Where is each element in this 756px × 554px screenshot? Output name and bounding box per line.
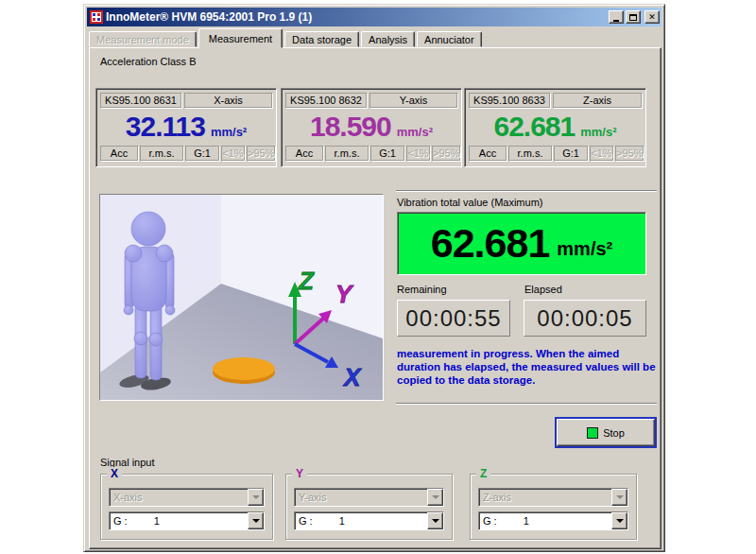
sensor-id-label-x: KS95.100 8631 bbox=[100, 93, 181, 108]
channel-panel-y: KS95.100 8632 Y-axis 18.590 mm/s² Acc r.… bbox=[281, 88, 462, 167]
total-value-number: 62.681 bbox=[431, 223, 550, 264]
acc-button-z[interactable]: Acc bbox=[469, 146, 507, 161]
chevron-down-icon[interactable] bbox=[427, 512, 443, 529]
scene-disc bbox=[213, 357, 275, 384]
axis-select-x: X-axis bbox=[109, 488, 265, 507]
channel-panel-x: KS95.100 8631 X-axis 32.113 mm/s² Acc r.… bbox=[95, 88, 277, 167]
maximize-icon bbox=[629, 14, 637, 21]
underrange-indicator-y: <1% bbox=[406, 146, 430, 161]
stop-button[interactable]: Stop bbox=[555, 417, 657, 448]
remaining-timer: 00:00:55 bbox=[397, 300, 510, 337]
gain-select-x[interactable]: G :1 bbox=[109, 511, 265, 530]
separator-line-top bbox=[396, 190, 657, 192]
scene-z-axis-label: Z bbox=[298, 267, 315, 295]
underrange-indicator-z: <1% bbox=[590, 146, 613, 161]
close-icon: ✕ bbox=[648, 13, 656, 22]
close-button[interactable]: ✕ bbox=[644, 10, 660, 24]
total-value-unit: mm/s² bbox=[557, 238, 612, 260]
total-value-display: 62.681 mm/s² bbox=[397, 212, 646, 275]
channel-reading-y: 18.590 mm/s² bbox=[285, 108, 457, 146]
window-title: InnoMeter® HVM 6954:2001 Pro 1.9 (1) bbox=[106, 10, 607, 24]
signal-input-group-x: X X-axis G :1 bbox=[100, 474, 273, 540]
overrange-indicator-x: >95% bbox=[247, 146, 275, 161]
signal-input-group-y: Y Y-axis G :1 bbox=[285, 474, 453, 540]
scene-y-axis-label: Y bbox=[335, 280, 354, 308]
sensor-id-label-z: KS95.100 8633 bbox=[469, 93, 550, 108]
group-legend-x: X bbox=[107, 467, 122, 481]
measurement-tab-page: Acceleration Class B KS95.100 8631 X-axi… bbox=[89, 47, 662, 549]
rms-button-x[interactable]: r.m.s. bbox=[140, 146, 183, 161]
remaining-label: Remaining bbox=[397, 284, 447, 295]
stop-status-square-icon bbox=[587, 427, 598, 439]
minimize-button[interactable] bbox=[609, 10, 624, 24]
tab-measurement-mode: Measurement mode bbox=[89, 31, 197, 47]
acceleration-class-label: Acceleration Class B bbox=[100, 56, 197, 67]
gain-select-y[interactable]: G :1 bbox=[294, 511, 444, 530]
stop-button-label: Stop bbox=[603, 427, 625, 439]
channel-reading-z: 62.681 mm/s² bbox=[469, 108, 642, 146]
elapsed-label: Elapsed bbox=[524, 284, 562, 295]
channel-reading-x: 32.113 mm/s² bbox=[100, 108, 272, 146]
chevron-down-icon bbox=[611, 489, 627, 506]
total-value-title: Vibration total value (Maximum) bbox=[397, 197, 542, 208]
chevron-down-icon[interactable] bbox=[248, 512, 264, 529]
acc-button-y[interactable]: Acc bbox=[285, 146, 323, 161]
app-window: InnoMeter® HVM 6954:2001 Pro 1.9 (1) ✕ M… bbox=[83, 4, 665, 552]
maximize-button[interactable] bbox=[626, 10, 641, 24]
app-icon bbox=[90, 10, 103, 24]
axis-select-y: Y-axis bbox=[294, 488, 444, 507]
separator-line-bottom bbox=[396, 403, 657, 405]
axis-select-z: Z-axis bbox=[478, 488, 628, 507]
rms-button-z[interactable]: r.m.s. bbox=[508, 146, 552, 161]
tab-analysis[interactable]: Analysis bbox=[361, 31, 415, 47]
status-message: measurement in progress. When the aimed … bbox=[397, 347, 656, 387]
axis-name-label-z: Z-axis bbox=[553, 93, 642, 108]
chevron-down-icon bbox=[427, 489, 443, 506]
group-legend-y: Y bbox=[292, 467, 307, 481]
gain-button-y[interactable]: G:1 bbox=[370, 146, 404, 161]
channel-panel-z: KS95.100 8633 Z-axis 62.681 mm/s² Acc r.… bbox=[464, 88, 646, 167]
tab-data-storage[interactable]: Data storage bbox=[284, 31, 359, 47]
vibration-scene-image: Z Y X bbox=[99, 194, 384, 401]
tab-measurement[interactable]: Measurement bbox=[198, 28, 283, 48]
acc-button-x[interactable]: Acc bbox=[100, 146, 138, 161]
axis-name-label-y: Y-axis bbox=[369, 93, 457, 108]
axis-name-label-x: X-axis bbox=[184, 93, 272, 108]
group-legend-z: Z bbox=[476, 467, 490, 481]
tab-bar: Measurement mode Measurement Data storag… bbox=[89, 28, 484, 47]
overrange-indicator-z: >95% bbox=[615, 146, 644, 161]
gain-select-z[interactable]: G :1 bbox=[478, 511, 628, 530]
sensor-id-label-y: KS95.100 8632 bbox=[285, 93, 367, 108]
chevron-down-icon bbox=[248, 489, 264, 506]
chevron-down-icon[interactable] bbox=[611, 512, 627, 529]
tab-annuciator[interactable]: Annuciator bbox=[417, 31, 482, 47]
gain-button-x[interactable]: G:1 bbox=[185, 146, 219, 161]
signal-input-group-z: Z Z-axis G :1 bbox=[470, 474, 637, 540]
rms-button-y[interactable]: r.m.s. bbox=[325, 146, 369, 161]
title-bar[interactable]: InnoMeter® HVM 6954:2001 Pro 1.9 (1) ✕ bbox=[87, 8, 662, 26]
scene-x-axis-label: X bbox=[342, 363, 362, 391]
underrange-indicator-x: <1% bbox=[221, 146, 245, 161]
elapsed-timer: 00:00:05 bbox=[524, 300, 646, 337]
minimize-icon bbox=[613, 20, 619, 22]
gain-button-z[interactable]: G:1 bbox=[554, 146, 588, 161]
overrange-indicator-y: >95% bbox=[432, 146, 460, 161]
